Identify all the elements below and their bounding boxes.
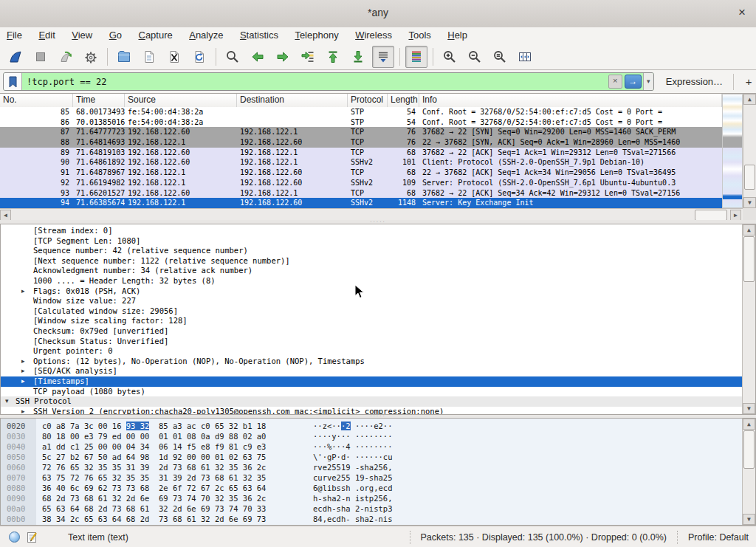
column-header-protocol[interactable]: Protocol bbox=[348, 94, 388, 107]
packet-row[interactable]: 8771.647777234192.168.122.60192.168.122.… bbox=[0, 127, 722, 137]
menu-view[interactable]: View bbox=[65, 27, 99, 44]
scroll-up-icon[interactable]: ▲ bbox=[743, 419, 755, 430]
resize-columns-icon[interactable] bbox=[514, 46, 536, 68]
column-header-destination[interactable]: Destination bbox=[237, 94, 348, 107]
close-capture-file-icon[interactable] bbox=[163, 46, 185, 68]
expander-collapsed-icon[interactable]: ▸ bbox=[21, 286, 25, 297]
detail-line[interactable]: Urgent pointer: 0 bbox=[1, 346, 743, 357]
detail-line[interactable]: Window size value: 227 bbox=[1, 296, 743, 306]
detail-line[interactable]: 1000 .... = Header Length: 32 bytes (8) bbox=[1, 276, 743, 286]
menu-tools[interactable]: Tools bbox=[402, 27, 437, 44]
packet-row[interactable]: 8971.648191037192.168.122.60192.168.122.… bbox=[0, 148, 722, 158]
reload-capture-file-icon[interactable] bbox=[188, 46, 210, 68]
scroll-down-icon[interactable]: ▼ bbox=[743, 197, 756, 208]
goto-packet-icon[interactable] bbox=[297, 46, 319, 68]
colorize-packets-icon[interactable] bbox=[405, 46, 427, 68]
expander-expanded-icon[interactable]: ▾ bbox=[5, 396, 9, 407]
filter-bookmark-icon[interactable] bbox=[4, 73, 22, 90]
packet-list-vertical-scrollbar[interactable]: ▲ ▼ bbox=[743, 94, 756, 208]
display-filter-input[interactable] bbox=[22, 74, 608, 89]
scroll-up-icon[interactable]: ▲ bbox=[743, 94, 756, 105]
scrollbar-thumb[interactable] bbox=[743, 236, 755, 282]
go-back-icon[interactable] bbox=[247, 46, 269, 68]
details-vertical-scrollbar[interactable]: ▲ ▼ bbox=[742, 224, 755, 414]
stop-capture-icon[interactable] bbox=[30, 46, 52, 68]
packet-row-selected[interactable]: 9471.663856741192.168.122.1192.168.122.6… bbox=[0, 198, 722, 208]
detail-line[interactable]: [Next sequence number: 1122 (relative se… bbox=[1, 256, 743, 266]
hex-row[interactable]: 008036 40 6c 69 62 73 73 68 2e 6f 72 67 … bbox=[1, 483, 743, 493]
detail-line[interactable]: [Window size scaling factor: 128] bbox=[1, 316, 743, 326]
hex-row[interactable]: 0020c0 a8 7a 3c 00 16 93 32 85 a3 ac c0 … bbox=[1, 421, 743, 431]
detail-line[interactable]: Checksum: 0x79ed [unverified] bbox=[1, 326, 743, 337]
expander-collapsed-icon[interactable]: ▸ bbox=[21, 357, 25, 367]
go-forward-icon[interactable] bbox=[272, 46, 294, 68]
packet-row[interactable]: 9171.648789678192.168.122.1192.168.122.6… bbox=[0, 168, 722, 178]
menu-statistics[interactable]: Statistics bbox=[233, 27, 285, 44]
auto-scroll-icon[interactable] bbox=[372, 46, 394, 68]
detail-line[interactable]: Sequence number: 42 (relative sequence n… bbox=[1, 246, 743, 256]
menu-telephony[interactable]: Telephony bbox=[288, 27, 345, 44]
zoom-original-icon[interactable] bbox=[489, 46, 511, 68]
intelligent-scrollbar-minimap[interactable] bbox=[722, 94, 743, 208]
capture-options-icon[interactable] bbox=[80, 46, 102, 68]
menu-capture[interactable]: Capture bbox=[132, 27, 179, 44]
detail-line[interactable]: ▸Options: (12 bytes), No-Operation (NOP)… bbox=[1, 357, 743, 367]
menu-help[interactable]: Help bbox=[441, 27, 474, 44]
detail-line[interactable]: Acknowledgment number: 34 (relative ack … bbox=[1, 266, 743, 276]
packet-row[interactable]: 8670.013850163fe:54:00:d4:38:2aSTP54Conf… bbox=[0, 117, 722, 128]
scroll-up-icon[interactable]: ▲ bbox=[743, 224, 755, 235]
hex-row[interactable]: 007063 75 72 76 65 32 35 35 31 39 2d 73 … bbox=[1, 472, 743, 483]
column-header-no[interactable]: No. bbox=[0, 94, 73, 107]
menu-wireless[interactable]: Wireless bbox=[348, 27, 399, 44]
detail-line[interactable]: TCP payload (1080 bytes) bbox=[1, 387, 743, 397]
hex-row[interactable]: 006072 76 65 32 35 35 31 39 2d 73 68 61 … bbox=[1, 462, 743, 472]
go-first-packet-icon[interactable] bbox=[322, 46, 344, 68]
scrollbar-thumb[interactable] bbox=[744, 165, 755, 190]
scroll-down-icon[interactable]: ▼ bbox=[743, 514, 755, 525]
menu-file[interactable]: File bbox=[0, 27, 29, 44]
zoom-out-icon[interactable] bbox=[464, 46, 486, 68]
scrollbar-thumb[interactable] bbox=[695, 210, 727, 221]
filter-apply-icon[interactable]: → bbox=[625, 75, 642, 89]
hex-row[interactable]: 00505c 27 b2 67 50 ad 64 98 1d 92 00 00 … bbox=[1, 452, 743, 462]
detail-line[interactable]: [Checksum Status: Unverified] bbox=[1, 337, 743, 347]
expert-info-icon[interactable] bbox=[9, 531, 20, 543]
packet-row[interactable]: 8871.648146932192.168.122.1192.168.122.6… bbox=[0, 137, 722, 148]
bytes-vertical-scrollbar[interactable]: ▲ ▼ bbox=[742, 419, 755, 525]
packet-row[interactable]: 9271.661949820192.168.122.1192.168.122.6… bbox=[0, 178, 722, 188]
capture-comment-icon[interactable] bbox=[27, 531, 37, 543]
column-header-time[interactable]: Time bbox=[73, 94, 125, 107]
save-capture-file-icon[interactable] bbox=[138, 46, 160, 68]
detail-line[interactable]: ▸Flags: 0x018 (PSH, ACK) bbox=[1, 286, 743, 297]
detail-line[interactable]: ▸[SEQ/ACK analysis] bbox=[1, 366, 743, 376]
detail-line-selected[interactable]: ▸[Timestamps] bbox=[1, 376, 743, 387]
hex-row[interactable]: 003080 18 00 e3 79 ed 00 00 01 01 08 0a … bbox=[1, 431, 743, 441]
hex-row[interactable]: 00b038 34 2c 65 63 64 68 2d 73 68 61 32 … bbox=[1, 514, 743, 524]
add-filter-button-plus[interactable]: + bbox=[741, 75, 756, 88]
scroll-left-icon[interactable]: ◀ bbox=[0, 210, 11, 221]
packet-row[interactable]: 9071.648618924192.168.122.60192.168.122.… bbox=[0, 157, 722, 168]
expander-collapsed-icon[interactable]: ▸ bbox=[21, 376, 25, 387]
find-packet-icon[interactable] bbox=[221, 46, 244, 68]
hex-row[interactable]: 0040a1 dd c1 25 00 00 04 34 06 14 f5 e8 … bbox=[1, 441, 743, 452]
restart-capture-icon[interactable] bbox=[55, 46, 77, 68]
expander-collapsed-icon[interactable]: ▸ bbox=[21, 366, 25, 376]
scroll-right-icon[interactable]: ▶ bbox=[730, 210, 741, 221]
hex-row[interactable]: 009068 2d 73 68 61 32 2d 6e 69 73 74 70 … bbox=[1, 493, 743, 503]
close-window-icon[interactable]: × bbox=[734, 4, 750, 21]
menu-edit[interactable]: Edit bbox=[32, 27, 61, 44]
detail-line[interactable]: [TCP Segment Len: 1080] bbox=[1, 236, 743, 247]
column-header-info[interactable]: Info bbox=[419, 94, 722, 107]
expander-collapsed-icon[interactable]: ▸ bbox=[21, 407, 25, 415]
detail-line-ssh-protocol[interactable]: ▾SSH Protocol bbox=[1, 396, 743, 407]
packet-row[interactable]: 8568.001734936fe:54:00:d4:38:2aSTP54Conf… bbox=[0, 107, 722, 117]
zoom-in-icon[interactable] bbox=[439, 46, 461, 68]
packet-row[interactable]: 9371.662015274192.168.122.60192.168.122.… bbox=[0, 188, 722, 199]
menu-analyze[interactable]: Analyze bbox=[182, 27, 230, 44]
go-last-packet-icon[interactable] bbox=[347, 46, 369, 68]
filter-history-caret-icon[interactable]: ▾ bbox=[643, 73, 653, 90]
hex-row[interactable]: 00a065 63 64 68 2d 73 68 61 32 2d 6e 69 … bbox=[1, 503, 743, 514]
detail-line[interactable]: [Stream index: 0] bbox=[1, 226, 743, 236]
expression-button[interactable]: Expression… bbox=[666, 76, 723, 87]
scroll-down-icon[interactable]: ▼ bbox=[743, 403, 755, 414]
